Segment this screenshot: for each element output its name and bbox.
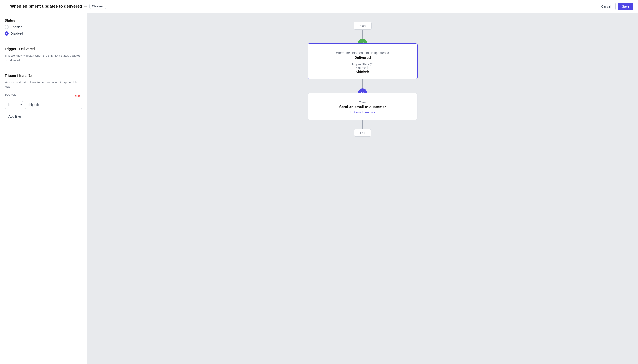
disabled-option[interactable]: Disabled <box>5 32 82 36</box>
enabled-option[interactable]: Enabled <box>5 25 82 29</box>
trigger-section: Trigger - Delivered This workflow will s… <box>5 47 82 68</box>
trigger-source-label: Source is <box>315 66 410 70</box>
trigger-node-title: Delivered <box>315 56 410 60</box>
connector-1 <box>362 30 363 39</box>
edit-icon[interactable]: ✏ <box>84 4 87 8</box>
header-left: ‹ When shipment updates to delivered ✏ D… <box>5 3 106 10</box>
start-node: Start <box>354 22 371 30</box>
cancel-button[interactable]: Cancel <box>597 2 615 10</box>
action-title: Send an email to customer <box>315 105 410 109</box>
disabled-radio[interactable] <box>5 32 9 36</box>
trigger-node-wrapper: When the shipment status updates to Deli… <box>308 43 418 79</box>
status-radio-group: Enabled Disabled <box>5 25 82 36</box>
filter-value-input[interactable] <box>25 101 82 109</box>
end-node: End <box>354 129 371 136</box>
action-then-label: Then <box>315 101 410 104</box>
edit-email-template-link[interactable]: Edit email template <box>350 110 375 114</box>
filter-description: You can add extra filters to determine w… <box>5 80 82 89</box>
add-filter-button[interactable]: Add filter <box>5 112 25 120</box>
sidebar: Status Enabled Disabled Trigger - Delive… <box>0 13 87 364</box>
header-right: Cancel Save <box>597 2 633 10</box>
connector-2 <box>362 79 363 88</box>
trigger-source-value: shipbob <box>315 70 410 73</box>
trigger-filter-title: Trigger filters (1) <box>315 62 410 66</box>
trigger-description: This workflow will start when the shipme… <box>5 54 82 62</box>
main-layout: Status Enabled Disabled Trigger - Delive… <box>0 13 638 364</box>
action-node-wrapper: Then Send an email to customer Edit emai… <box>308 93 418 120</box>
status-section: Status Enabled Disabled <box>5 18 82 41</box>
connector-3 <box>362 120 363 129</box>
filter-delete-button[interactable]: Delete <box>74 94 82 98</box>
filter-title: Trigger filters (1) <box>5 74 82 78</box>
status-title: Status <box>5 18 82 22</box>
app-header: ‹ When shipment updates to delivered ✏ D… <box>0 0 638 13</box>
flow-container: Start When the shipment status updates t… <box>305 22 420 136</box>
disabled-label: Disabled <box>11 32 23 35</box>
page-title: When shipment updates to delivered <box>10 4 82 9</box>
enabled-radio[interactable] <box>5 25 9 29</box>
trigger-subtitle: When the shipment status updates to <box>315 51 410 55</box>
status-badge: Disabled <box>90 4 106 9</box>
filter-controls: is <box>5 101 82 109</box>
trigger-title: Trigger - Delivered <box>5 47 82 51</box>
back-button[interactable]: ‹ <box>5 3 8 10</box>
enabled-label: Enabled <box>11 25 22 29</box>
save-button[interactable]: Save <box>618 2 633 10</box>
action-node[interactable]: Then Send an email to customer Edit emai… <box>308 93 418 120</box>
filter-operator-select[interactable]: is <box>5 101 23 109</box>
filter-source-label: SOURCE <box>5 93 16 96</box>
filter-section: Trigger filters (1) You can add extra fi… <box>5 74 82 126</box>
flow-canvas: Start When the shipment status updates t… <box>87 13 638 364</box>
trigger-node[interactable]: When the shipment status updates to Deli… <box>308 43 418 79</box>
filter-row: SOURCE Delete <box>5 93 82 98</box>
